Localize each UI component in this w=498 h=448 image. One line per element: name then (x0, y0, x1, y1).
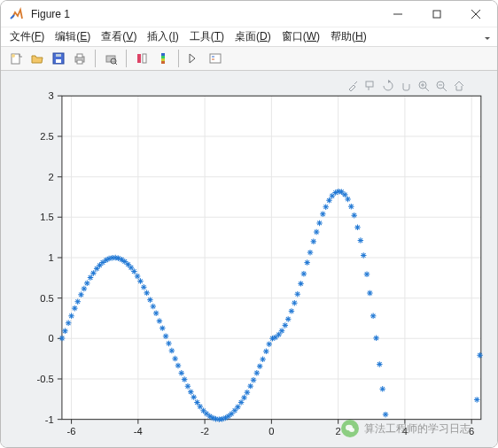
menu-item[interactable]: 文件(F) (6, 27, 48, 46)
menu-item[interactable]: 窗口(W) (278, 27, 323, 46)
svg-rect-10 (77, 54, 82, 58)
svg-text:6: 6 (469, 426, 474, 436)
titlebar: Figure 1 (1, 1, 497, 27)
figure-area: -6-4-20246-1-0.500.511.522.53 算法工程师的学习日志 (1, 71, 497, 448)
svg-text:-0.5: -0.5 (37, 374, 54, 384)
menu-item[interactable]: 查看(V) (97, 27, 140, 46)
svg-text:0: 0 (268, 426, 274, 436)
toolbar-overflow-icon[interactable] (483, 31, 492, 43)
svg-text:2: 2 (336, 426, 341, 436)
svg-rect-24 (366, 81, 373, 87)
svg-text:4: 4 (402, 426, 408, 436)
edit-plot-button[interactable] (184, 49, 204, 68)
colorbar-button[interactable] (153, 49, 173, 68)
print-preview-button[interactable] (101, 49, 121, 68)
axes-toolbar (345, 78, 467, 94)
zoom-out-icon[interactable] (433, 78, 449, 94)
toolbar-separator (178, 50, 179, 67)
svg-text:3: 3 (49, 90, 54, 101)
print-button[interactable] (70, 49, 89, 68)
svg-rect-17 (161, 53, 165, 56)
svg-text:2: 2 (49, 172, 54, 182)
link-plot-button[interactable] (132, 49, 152, 68)
svg-text:1: 1 (49, 252, 54, 263)
menu-item[interactable]: 桌面(D) (231, 27, 275, 46)
save-button[interactable] (49, 49, 68, 68)
svg-rect-18 (161, 56, 165, 58)
svg-line-14 (115, 63, 117, 65)
menu-item[interactable]: 编辑(E) (51, 27, 94, 46)
svg-rect-15 (137, 54, 141, 63)
svg-line-26 (425, 88, 429, 91)
menu-item[interactable]: 工具(T) (186, 27, 228, 46)
new-figure-button[interactable] (6, 49, 26, 68)
datatip-icon[interactable] (362, 78, 378, 94)
open-button[interactable] (27, 49, 47, 68)
svg-rect-8 (56, 54, 61, 57)
svg-text:-4: -4 (134, 426, 143, 436)
insert-legend-button[interactable] (206, 49, 225, 68)
close-button[interactable] (456, 1, 495, 27)
minimize-button[interactable] (378, 1, 417, 27)
svg-rect-21 (210, 54, 221, 63)
brush-icon[interactable] (345, 78, 361, 94)
svg-rect-16 (143, 54, 146, 63)
matlab-icon (10, 7, 24, 21)
svg-rect-20 (161, 61, 165, 64)
pan-icon[interactable] (398, 78, 414, 94)
svg-point-5 (12, 54, 15, 58)
svg-text:-6: -6 (67, 426, 76, 436)
svg-line-30 (443, 88, 447, 91)
svg-text:0.5: 0.5 (40, 293, 54, 304)
axes[interactable]: -6-4-20246-1-0.500.511.522.53 (6, 76, 492, 446)
svg-rect-19 (161, 58, 165, 61)
window-title: Figure 1 (31, 8, 70, 20)
maximize-button[interactable] (417, 1, 456, 27)
toolbar (1, 47, 497, 71)
svg-text:2.5: 2.5 (40, 131, 54, 142)
home-icon[interactable] (451, 78, 467, 94)
menu-item[interactable]: 帮助(H) (327, 27, 370, 46)
svg-text:0: 0 (49, 333, 54, 344)
toolbar-separator (126, 50, 127, 67)
svg-text:-2: -2 (200, 426, 209, 436)
rotate-icon[interactable] (380, 78, 396, 94)
menubar: 文件(F)编辑(E)查看(V)插入(I)工具(T)桌面(D)窗口(W)帮助(H) (1, 27, 497, 47)
menu-item[interactable]: 插入(I) (144, 27, 182, 46)
svg-rect-1 (433, 11, 440, 18)
svg-text:1.5: 1.5 (40, 212, 54, 222)
svg-rect-7 (56, 59, 61, 63)
svg-rect-11 (77, 60, 82, 64)
svg-text:-1: -1 (45, 414, 54, 425)
zoom-in-icon[interactable] (416, 78, 432, 94)
toolbar-separator (95, 50, 96, 67)
